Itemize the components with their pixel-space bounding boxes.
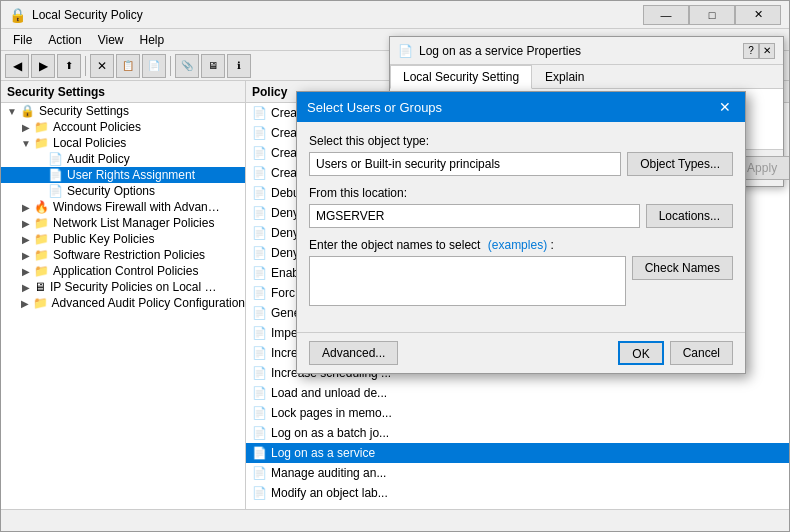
policy-icon: 📄 xyxy=(252,466,267,480)
policy-icon: 📄 xyxy=(252,486,267,500)
tree-label: Network List Manager Policies xyxy=(53,216,214,230)
policy-icon: 📄 xyxy=(252,386,267,400)
folder-icon: 🔥 xyxy=(34,200,49,214)
toolbar-export[interactable]: 📎 xyxy=(175,54,199,78)
expand-icon: ▼ xyxy=(5,104,19,118)
policy-label: Log on as a service xyxy=(271,446,375,460)
object-type-input: Users or Built-in security principals xyxy=(309,152,621,176)
expand-icon: ▶ xyxy=(19,248,33,262)
tree-label: Windows Firewall with Advanced Secu... xyxy=(53,200,223,214)
toolbar-new[interactable]: 📄 xyxy=(142,54,166,78)
dialog-title-text: Select Users or Groups xyxy=(307,100,715,115)
object-names-textarea[interactable] xyxy=(309,256,626,306)
folder-icon: 📁 xyxy=(33,296,48,310)
tree-item-public-key[interactable]: ▶ 📁 Public Key Policies xyxy=(1,231,245,247)
tree-item-user-rights[interactable]: ▶ 📄 User Rights Assignment xyxy=(1,167,245,183)
policy-icon: 📄 xyxy=(252,186,267,200)
secondary-help-btn[interactable]: ? xyxy=(743,43,759,59)
toolbar-forward[interactable]: ▶ xyxy=(31,54,55,78)
tree-item-audit-policy[interactable]: ▶ 📄 Audit Policy xyxy=(1,151,245,167)
check-names-btn[interactable]: Check Names xyxy=(632,256,733,280)
expand-icon: ▼ xyxy=(19,136,33,150)
toolbar-delete[interactable]: ✕ xyxy=(90,54,114,78)
policy-item-15[interactable]: 📄Load and unload de... xyxy=(246,383,789,403)
policy-item-20[interactable]: 📄Modify an object lab... xyxy=(246,483,789,503)
tab-explain[interactable]: Explain xyxy=(532,65,597,89)
folder-icon: 📁 xyxy=(34,264,49,278)
object-type-label: Select this object type: xyxy=(309,134,733,148)
secondary-title-text: Log on as a service Properties xyxy=(419,44,743,58)
object-types-btn[interactable]: Object Types... xyxy=(627,152,733,176)
policy-icon: 📄 xyxy=(252,106,267,120)
policy-header-label: Policy xyxy=(252,85,287,99)
policy-item-16[interactable]: 📄Lock pages in memo... xyxy=(246,403,789,423)
expand-icon: ▶ xyxy=(19,264,33,278)
policy-item-19[interactable]: 📄Manage auditing an... xyxy=(246,463,789,483)
dialog-close-btn[interactable]: ✕ xyxy=(715,97,735,117)
tree-item-ip-security[interactable]: ▶ 🖥 IP Security Policies on Local Comput… xyxy=(1,279,245,295)
maximize-btn[interactable]: □ xyxy=(689,5,735,25)
minimize-btn[interactable]: — xyxy=(643,5,689,25)
policy-icon: 📄 xyxy=(252,346,267,360)
policy-item-17[interactable]: 📄Log on as a batch jo... xyxy=(246,423,789,443)
menu-file[interactable]: File xyxy=(5,31,40,49)
secondary-close-btn[interactable]: ✕ xyxy=(759,43,775,59)
secondary-title-icon: 📄 xyxy=(398,44,413,58)
toolbar-sep1 xyxy=(85,56,86,76)
object-type-row: Users or Built-in security principals Ob… xyxy=(309,152,733,176)
tree-item-account-policies[interactable]: ▶ 📁 Account Policies xyxy=(1,119,245,135)
app-window: 🔒 Local Security Policy — □ ✕ File Actio… xyxy=(0,0,790,532)
toolbar-view1[interactable]: 🖥 xyxy=(201,54,225,78)
toolbar-up[interactable]: ⬆ xyxy=(57,54,81,78)
tree-header: Security Settings xyxy=(1,81,245,103)
policy-label: Log on as a batch jo... xyxy=(271,426,389,440)
expand-icon: ▶ xyxy=(19,216,33,230)
tree-item-app-control[interactable]: ▶ 📁 Application Control Policies xyxy=(1,263,245,279)
dialog-cancel-btn[interactable]: Cancel xyxy=(670,341,733,365)
dialog-footer: Advanced... OK Cancel xyxy=(297,332,745,373)
secondary-title-bar: 📄 Log on as a service Properties ? ✕ xyxy=(390,37,783,65)
tree-label: Security Settings xyxy=(39,104,129,118)
tree-item-network-list[interactable]: ▶ 📁 Network List Manager Policies xyxy=(1,215,245,231)
app-title: Local Security Policy xyxy=(32,8,643,22)
folder-icon: 📁 xyxy=(34,120,49,134)
tree-label: Public Key Policies xyxy=(53,232,154,246)
toolbar-properties[interactable]: 📋 xyxy=(116,54,140,78)
policy-icon: 📄 xyxy=(252,406,267,420)
tree-label: Account Policies xyxy=(53,120,141,134)
tree-item-advanced-audit[interactable]: ▶ 📁 Advanced Audit Policy Configuration xyxy=(1,295,245,311)
policy-icon: 📄 xyxy=(252,326,267,340)
policy-label: Modify an object lab... xyxy=(271,486,388,500)
folder-icon: 📁 xyxy=(34,136,49,150)
examples-link[interactable]: (examples) xyxy=(488,238,547,252)
policy-icon: 📄 xyxy=(252,206,267,220)
tree-label: Local Policies xyxy=(53,136,126,150)
tree-item-windows-firewall[interactable]: ▶ 🔥 Windows Firewall with Advanced Secu.… xyxy=(1,199,245,215)
tree-label: User Rights Assignment xyxy=(67,168,195,182)
menu-help[interactable]: Help xyxy=(132,31,173,49)
toolbar-view2[interactable]: ℹ xyxy=(227,54,251,78)
tree-item-security-options[interactable]: ▶ 📄 Security Options xyxy=(1,183,245,199)
select-users-dialog: Select Users or Groups ✕ Select this obj… xyxy=(296,91,746,374)
tab-local-security[interactable]: Local Security Setting xyxy=(390,65,532,89)
dialog-ok-btn[interactable]: OK xyxy=(618,341,663,365)
folder-icon: 🔒 xyxy=(20,104,35,118)
tree-item-security-settings[interactable]: ▼ 🔒 Security Settings xyxy=(1,103,245,119)
doc-icon: 📄 xyxy=(48,152,63,166)
toolbar-back[interactable]: ◀ xyxy=(5,54,29,78)
policy-item-logon-service[interactable]: 📄Log on as a service xyxy=(246,443,789,463)
locations-btn[interactable]: Locations... xyxy=(646,204,733,228)
tree-item-software-restriction[interactable]: ▶ 📁 Software Restriction Policies xyxy=(1,247,245,263)
close-btn[interactable]: ✕ xyxy=(735,5,781,25)
location-label: From this location: xyxy=(309,186,733,200)
menu-view[interactable]: View xyxy=(90,31,132,49)
tree-header-label: Security Settings xyxy=(7,85,105,99)
title-bar: 🔒 Local Security Policy — □ ✕ xyxy=(1,1,789,29)
policy-label: Lock pages in memo... xyxy=(271,406,392,420)
location-input: MGSERVER xyxy=(309,204,640,228)
menu-action[interactable]: Action xyxy=(40,31,89,49)
object-type-value: Users or Built-in security principals xyxy=(316,157,500,171)
advanced-btn[interactable]: Advanced... xyxy=(309,341,398,365)
dialog-body: Select this object type: Users or Built-… xyxy=(297,122,745,328)
tree-item-local-policies[interactable]: ▼ 📁 Local Policies xyxy=(1,135,245,151)
